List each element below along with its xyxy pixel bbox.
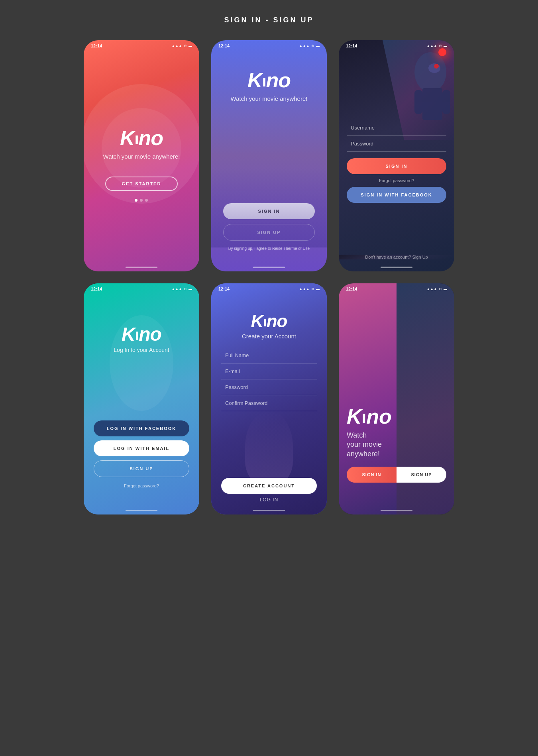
status-bar-2: 12:14 ▲▲▲ ⊛ ▬ — [211, 40, 327, 50]
sign-in-button-3[interactable]: SIGN IN — [347, 158, 446, 174]
phone-create-account: 12:14 ▲▲▲ ⊛ ▬ Kıno Create your Account F… — [211, 283, 327, 514]
phone2-top: Kıno Watch your movie anywhere! — [211, 40, 327, 111]
email-field-5[interactable]: E-mail — [221, 363, 317, 379]
battery-icon-6: ▬ — [444, 287, 447, 291]
password-field-5[interactable]: Password — [221, 379, 317, 395]
kino-logo-5: Kıno — [223, 311, 315, 331]
status-bar-5: 12:14 ▲▲▲ ⊛ ▬ — [211, 283, 327, 293]
tagline-1: Watch your movie anywhere! — [103, 152, 180, 161]
home-indicator-2 — [253, 267, 285, 268]
status-bar-1: 12:14 ▲▲▲ ⊛ ▬ — [84, 40, 199, 50]
phone6-btn-row: SIGN IN SIGN UP — [347, 467, 446, 483]
status-icons-1: ▲▲▲ ⊛ ▬ — [171, 44, 192, 48]
time-2: 12:14 — [218, 43, 230, 48]
mountain-bg — [211, 168, 327, 247]
status-icons-5: ▲▲▲ ⊛ ▬ — [299, 287, 320, 291]
signal-icon-3: ▲▲▲ — [426, 44, 437, 48]
password-field[interactable]: Password — [347, 136, 446, 152]
svg-point-1 — [428, 63, 440, 73]
phone-teal-login: 12:14 ▲▲▲ ⊛ ▬ Kıno Log In to your Accoun… — [84, 283, 199, 514]
splash-content: Kıno Watch your movie anywhere! GET STAR… — [103, 126, 180, 202]
no-account-text[interactable]: Don't have an account? Sign Up — [339, 255, 454, 259]
battery-icon-4: ▬ — [188, 287, 192, 291]
kino-logo-4: Kıno — [122, 323, 161, 345]
forgot-password-4[interactable]: Forgot password? — [94, 481, 189, 491]
status-icons-4: ▲▲▲ ⊛ ▬ — [171, 287, 192, 291]
battery-icon-3: ▬ — [444, 44, 447, 48]
kino-logo-2: Kıno — [223, 68, 315, 92]
username-field[interactable]: Username — [347, 120, 446, 136]
phone-signin-blue: 12:14 ▲▲▲ ⊛ ▬ Kıno Watch your movie anyw… — [211, 40, 327, 271]
tagline-2: Watch your movie anywhere! — [223, 94, 315, 103]
astronaut-bg — [245, 411, 293, 483]
confirm-password-field[interactable]: Confirm Password — [221, 395, 317, 411]
create-account-button[interactable]: CREATE ACCOUNT — [221, 478, 317, 494]
login-facebook-button[interactable]: LOG IN WITH FACEBOOK — [94, 420, 189, 436]
status-icons-3: ▲▲▲ ⊛ ▬ — [426, 44, 447, 48]
signal-icon-6: ▲▲▲ — [426, 287, 437, 291]
carousel-dots — [135, 199, 148, 202]
home-indicator-6 — [381, 510, 412, 511]
home-indicator-3 — [381, 267, 412, 268]
phone5-bottom: CREATE ACCOUNT LOG IN — [211, 478, 327, 503]
status-icons-2: ▲▲▲ ⊛ ▬ — [299, 44, 320, 48]
home-indicator-5 — [253, 510, 285, 511]
kino-logo-1: Kıno — [120, 126, 163, 150]
signal-icon-5: ▲▲▲ — [299, 287, 310, 291]
wifi-icon-3: ⊛ — [439, 44, 442, 48]
log-in-link[interactable]: LOG IN — [221, 497, 317, 503]
phone4-buttons: LOG IN WITH FACEBOOK LOG IN WITH EMAIL S… — [84, 420, 199, 491]
dot-2 — [140, 199, 143, 202]
wifi-icon: ⊛ — [184, 44, 187, 48]
phone3-form: Username Password SIGN IN Forgot passwor… — [339, 120, 454, 203]
time-4: 12:14 — [91, 287, 102, 291]
phone-split: 12:14 ▲▲▲ ⊛ ▬ Kıno Watchyour movieanywhe… — [339, 283, 454, 514]
full-name-field[interactable]: Full Name — [221, 348, 317, 363]
tagline-6: Watchyour movieanywhere! — [347, 431, 446, 459]
wifi-icon-2: ⊛ — [311, 44, 314, 48]
svg-rect-5 — [414, 90, 422, 114]
wifi-icon-6: ⊛ — [439, 287, 442, 291]
battery-icon: ▬ — [188, 44, 192, 48]
login-email-button[interactable]: LOG IN WITH EMAIL — [94, 440, 189, 456]
status-icons-6: ▲▲▲ ⊛ ▬ — [426, 287, 447, 291]
wifi-icon-4: ⊛ — [184, 287, 187, 291]
svg-point-2 — [434, 64, 439, 69]
sign-up-button-4[interactable]: SIGN UP — [94, 460, 189, 477]
phone5-form: Full Name E-mail Password Confirm Passwo… — [211, 344, 327, 415]
home-indicator-1 — [126, 267, 157, 268]
get-started-button[interactable]: GET STARTED — [105, 177, 178, 191]
create-subtitle: Create your Account — [223, 333, 315, 340]
sign-up-button-6[interactable]: SIGN UP — [397, 467, 446, 483]
login-subtitle: Log In to your Account — [114, 347, 169, 353]
page-title: SIGN IN - SIGN UP — [224, 16, 314, 24]
status-bar-3: 12:14 ▲▲▲ ⊛ ▬ — [339, 40, 454, 50]
svg-rect-3 — [422, 88, 442, 120]
kino-logo-6: Kıno — [347, 405, 446, 428]
wifi-icon-5: ⊛ — [311, 287, 314, 291]
dot-1 — [135, 199, 137, 202]
sign-in-button-6[interactable]: SIGN IN — [347, 467, 397, 483]
time-6: 12:14 — [346, 287, 357, 291]
phone-dark-signin: 12:14 ▲▲▲ ⊛ ▬ Username Password SIGN IN … — [339, 40, 454, 271]
time-5: 12:14 — [218, 287, 230, 291]
forgot-password-3[interactable]: Forgot password? — [347, 174, 446, 187]
svg-point-0 — [414, 52, 446, 92]
status-bar-6: 12:14 ▲▲▲ ⊛ ▬ — [339, 283, 454, 293]
battery-icon-5: ▬ — [316, 287, 320, 291]
status-bar-4: 12:14 ▲▲▲ ⊛ ▬ — [84, 283, 199, 293]
time-3: 12:14 — [346, 43, 357, 48]
phone6-content: Kıno Watchyour movieanywhere! SIGN IN SI… — [339, 405, 454, 483]
dot-3 — [145, 199, 148, 202]
home-indicator-4 — [126, 510, 157, 511]
svg-rect-4 — [442, 90, 450, 114]
battery-icon-2: ▬ — [316, 44, 320, 48]
sign-in-facebook-button[interactable]: SIGN IN WITH FACEBOOK — [347, 187, 446, 203]
phone-grid: 12:14 ▲▲▲ ⊛ ▬ Kıno Watch your movie anyw… — [84, 40, 454, 514]
phone-splash: 12:14 ▲▲▲ ⊛ ▬ Kıno Watch your movie anyw… — [84, 40, 199, 271]
signal-icon-2: ▲▲▲ — [299, 44, 310, 48]
phone4-content: Kıno Log In to your Account — [84, 283, 199, 353]
signal-icon: ▲▲▲ — [171, 44, 182, 48]
time-1: 12:14 — [91, 43, 102, 48]
signal-icon-4: ▲▲▲ — [171, 287, 182, 291]
